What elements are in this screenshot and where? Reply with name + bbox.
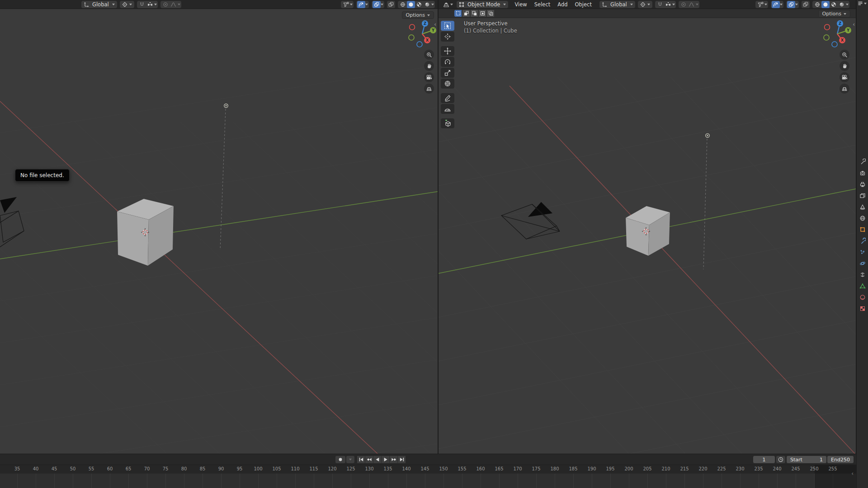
use-preview-range-clock-button[interactable]	[776, 456, 785, 463]
auto-keying-dropdown[interactable]	[346, 456, 354, 463]
next-keyframe-button[interactable]	[390, 456, 397, 463]
play-button[interactable]	[382, 456, 389, 463]
view-object-types-filter-button[interactable]	[342, 1, 350, 8]
options-dropdown[interactable]: Options	[818, 10, 850, 18]
snap-toggle-button[interactable]	[138, 1, 146, 8]
current-frame-field[interactable]: 1	[753, 456, 775, 463]
show-gizmo-button[interactable]	[357, 1, 365, 8]
shading-wireframe-button[interactable]	[399, 1, 407, 8]
tool-measure[interactable]	[441, 104, 454, 114]
tool-move[interactable]	[441, 46, 454, 56]
options-dropdown[interactable]: Options	[402, 11, 434, 19]
tool-select-box[interactable]	[441, 21, 454, 31]
properties-tab-texture-icon[interactable]	[858, 304, 868, 313]
pivot-point-dropdown[interactable]	[120, 1, 134, 8]
tool-cursor[interactable]	[441, 32, 454, 42]
camera-object[interactable]	[501, 202, 560, 239]
3d-viewport-left[interactable]	[0, 0, 438, 454]
tool-annotate[interactable]	[441, 93, 454, 103]
properties-tab-material-icon[interactable]	[858, 293, 868, 302]
jump-to-start-button[interactable]	[357, 456, 365, 463]
properties-tab-physics-icon[interactable]	[858, 259, 868, 268]
pan-hand-button[interactable]	[424, 61, 434, 71]
shading-material-preview-button[interactable]	[415, 1, 423, 8]
transform-orientation-dropdown[interactable]: Global	[81, 1, 117, 8]
editor-type-3d-viewport-button[interactable]	[442, 1, 450, 8]
falloff-curve-icon[interactable]	[688, 1, 696, 8]
chevron-down-icon	[846, 4, 849, 5]
shading-rendered-button[interactable]	[423, 1, 431, 8]
shading-material-preview-button[interactable]	[830, 1, 838, 8]
shading-solid-button[interactable]	[407, 1, 415, 8]
properties-tab-output-icon[interactable]	[858, 180, 868, 189]
snap-to-dropdown[interactable]	[664, 1, 672, 8]
menu-select[interactable]: Select	[531, 1, 554, 8]
frame-end-field[interactable]: End 250	[827, 456, 854, 463]
play-reverse-button[interactable]	[373, 456, 381, 463]
properties-tab-data-icon[interactable]	[858, 282, 868, 291]
properties-tab-particles-icon[interactable]	[858, 248, 868, 257]
pan-hand-button[interactable]	[840, 61, 849, 71]
xray-toggle-button[interactable]	[387, 1, 395, 8]
auto-keying-record-button[interactable]	[335, 456, 345, 463]
xray-toggle-button[interactable]	[802, 1, 810, 8]
properties-tab-render-icon[interactable]	[858, 169, 868, 178]
transform-orientation-dropdown[interactable]: Global	[599, 1, 635, 8]
camera-view-button[interactable]	[840, 72, 849, 82]
camera-object[interactable]	[0, 197, 24, 253]
shading-rendered-button[interactable]	[838, 1, 846, 8]
camera-view-button[interactable]	[424, 72, 434, 82]
zoom-button[interactable]	[840, 50, 849, 60]
perspective-ortho-button[interactable]	[424, 84, 434, 94]
shading-solid-button[interactable]	[821, 1, 830, 8]
properties-tab-world-icon[interactable]	[858, 214, 868, 223]
select-mode-intersect-button[interactable]	[487, 10, 494, 17]
perspective-ortho-button[interactable]	[840, 84, 849, 94]
properties-tab-modifiers-icon[interactable]	[858, 236, 868, 245]
snap-toggle-button[interactable]	[656, 1, 664, 8]
menu-object[interactable]: Object	[571, 1, 595, 8]
3d-viewport-right[interactable]	[439, 0, 856, 454]
tool-scale[interactable]	[441, 68, 454, 78]
light-object[interactable]	[706, 134, 709, 137]
shading-wireframe-button[interactable]	[813, 1, 821, 8]
show-gizmo-button[interactable]	[772, 1, 780, 8]
select-mode-extend-button[interactable]	[462, 10, 470, 17]
proportional-editing-button[interactable]	[679, 1, 688, 8]
navigation-gizmo[interactable]: ZYX	[407, 17, 438, 49]
timeline-track[interactable]	[0, 474, 856, 488]
properties-tab-tool-icon[interactable]	[858, 157, 868, 166]
navigation-gizmo[interactable]: ZYX	[822, 17, 854, 49]
tool-add-cube[interactable]	[441, 118, 454, 128]
snap-to-dropdown[interactable]	[146, 1, 154, 8]
timeline-ruler[interactable]: 3540455055606570758085909510010511011512…	[0, 465, 856, 474]
mode-dropdown[interactable]: Object Mode	[457, 1, 508, 8]
menu-add[interactable]: Add	[554, 1, 571, 8]
show-overlays-button[interactable]	[787, 1, 795, 8]
select-mode-invert-button[interactable]	[479, 10, 486, 17]
chevron-down-icon	[350, 4, 353, 5]
view-object-types-filter-button[interactable]	[756, 1, 764, 8]
properties-tab-object-icon[interactable]	[858, 225, 868, 234]
properties-tab-view-layer-icon[interactable]	[858, 191, 868, 200]
previous-keyframe-button[interactable]	[365, 456, 373, 463]
zoom-button[interactable]	[424, 50, 434, 60]
falloff-curve-icon[interactable]	[170, 1, 178, 8]
sidebar-collapse-arrow[interactable]: ‹	[434, 21, 436, 28]
light-object[interactable]	[224, 104, 228, 108]
select-mode-subtract-button[interactable]	[471, 10, 478, 17]
show-overlays-button[interactable]	[373, 1, 381, 8]
tool-rotate[interactable]	[441, 57, 454, 67]
editor-type-properties-button[interactable]	[858, 1, 867, 6]
properties-tab-constraints-icon[interactable]	[858, 270, 868, 279]
tool-transform[interactable]	[441, 79, 454, 89]
select-mode-set-button[interactable]	[454, 10, 462, 17]
frame-start-field[interactable]: Start 1	[787, 456, 826, 463]
sidebar-collapse-arrow[interactable]: ‹	[853, 21, 855, 28]
jump-to-end-button[interactable]	[398, 456, 406, 463]
cube-object[interactable]	[626, 206, 670, 256]
proportional-editing-button[interactable]	[161, 1, 170, 8]
properties-tab-scene-icon[interactable]	[858, 202, 868, 211]
pivot-point-dropdown[interactable]	[638, 1, 652, 8]
menu-view[interactable]: View	[511, 1, 530, 8]
